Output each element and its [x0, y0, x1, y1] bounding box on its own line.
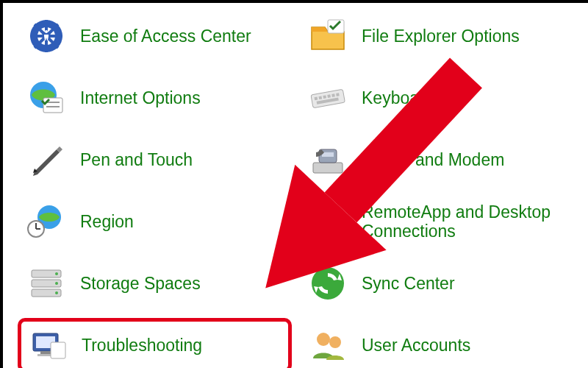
item-label: Internet Options	[80, 88, 201, 107]
svg-rect-15	[323, 95, 326, 99]
svg-point-35	[55, 272, 58, 275]
item-label: Sync Center	[362, 274, 455, 293]
svg-rect-20	[313, 163, 343, 173]
svg-rect-16	[327, 94, 331, 98]
svg-point-38	[312, 267, 344, 300]
item-pen-and-touch[interactable]: Pen and Touch	[18, 132, 292, 187]
sync-center-icon	[307, 263, 348, 304]
svg-rect-43	[51, 342, 65, 358]
troubleshooting-icon	[27, 325, 68, 366]
phone-modem-icon	[307, 139, 348, 180]
item-phone-and-modem[interactable]: Phone and Modem	[299, 132, 573, 187]
item-region[interactable]: Region	[18, 194, 292, 249]
svg-point-36	[55, 282, 58, 285]
item-remoteapp[interactable]: RemoteApp and Desktop Connections	[299, 194, 573, 249]
item-label: Keyboard	[362, 88, 434, 107]
svg-rect-9	[43, 98, 62, 113]
folder-options-icon	[307, 15, 348, 57]
storage-spaces-icon	[26, 263, 67, 304]
svg-point-45	[329, 336, 341, 348]
item-label: User Accounts	[362, 336, 470, 355]
svg-rect-18	[336, 93, 340, 96]
pen-icon	[26, 139, 67, 180]
item-troubleshooting[interactable]: Troubleshooting	[18, 318, 292, 368]
keyboard-icon	[307, 77, 348, 118]
item-user-accounts[interactable]: User Accounts	[299, 318, 573, 368]
svg-rect-14	[318, 96, 322, 99]
item-label: Ease of Access Center	[80, 26, 251, 46]
item-internet-options[interactable]: Internet Options	[18, 71, 292, 125]
svg-rect-13	[315, 96, 318, 100]
item-label: Pen and Touch	[80, 150, 193, 169]
user-accounts-icon	[307, 325, 348, 366]
item-label: Region	[80, 212, 134, 231]
item-label: Troubleshooting	[82, 336, 202, 355]
item-label: Phone and Modem	[362, 150, 504, 169]
internet-options-icon	[26, 77, 67, 118]
region-icon	[26, 201, 67, 242]
svg-point-37	[55, 291, 58, 294]
svg-rect-17	[331, 93, 335, 97]
item-keyboard[interactable]: Keyboard	[299, 71, 573, 125]
svg-rect-41	[40, 351, 51, 354]
item-storage-spaces[interactable]: Storage Spaces	[18, 256, 292, 311]
item-sync-center[interactable]: Sync Center	[299, 256, 573, 311]
item-file-explorer-options[interactable]: File Explorer Options	[299, 9, 573, 63]
svg-rect-31	[330, 222, 342, 230]
item-ease-of-access[interactable]: Ease of Access Center	[18, 9, 292, 63]
item-label: File Explorer Options	[362, 26, 520, 46]
svg-point-44	[317, 333, 330, 346]
svg-rect-22	[322, 152, 334, 157]
item-label: Storage Spaces	[80, 274, 201, 293]
item-label: RemoteApp and Desktop Connections	[362, 202, 565, 241]
remoteapp-icon	[307, 201, 348, 242]
control-panel-items: { "items": [ {"id":"ease-of-access","lab…	[3, 3, 588, 368]
ease-of-access-icon	[26, 15, 67, 57]
